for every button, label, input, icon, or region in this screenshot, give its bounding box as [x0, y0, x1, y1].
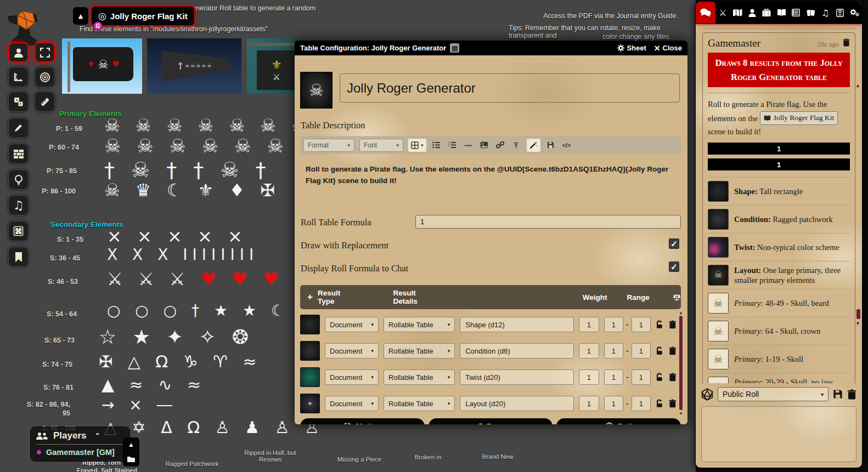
replacement-checkbox[interactable]: ✓	[669, 238, 679, 249]
tab-cards[interactable]	[803, 2, 818, 24]
chat-scrollbar-thumb[interactable]	[856, 309, 860, 319]
scroll-down-arrow[interactable]: ▼	[855, 321, 860, 326]
result-details-input[interactable]: Layout (d20)	[460, 396, 573, 411]
result-thumb-image[interactable]	[708, 237, 729, 258]
d20-roll-icon[interactable]	[701, 388, 713, 401]
numbered-list-button[interactable]: 12	[447, 139, 458, 152]
weight-input[interactable]: 1	[579, 369, 600, 385]
range-high-input[interactable]: 1	[632, 369, 651, 385]
range-high-input[interactable]: 1	[632, 317, 651, 332]
close-button[interactable]: ✕ Close	[654, 44, 682, 53]
folder-icon[interactable]	[127, 456, 136, 463]
range-low-input[interactable]: 1	[604, 369, 623, 385]
notes-tool-button[interactable]	[8, 247, 29, 267]
remove-format-button[interactable]: Ŧ	[511, 139, 522, 152]
reset-button[interactable]: ↺ Reset	[429, 418, 553, 424]
table-name-input[interactable]	[340, 73, 680, 103]
display-roll-checkbox[interactable]: ✓	[669, 261, 679, 272]
font-select[interactable]: Font▾	[359, 139, 403, 152]
result-type-select[interactable]: Document▾	[325, 317, 379, 332]
dice-tray-button[interactable]	[8, 92, 29, 112]
result-thumb[interactable]: ✴	[300, 394, 320, 413]
save-html-button[interactable]	[545, 139, 556, 152]
tab-items[interactable]	[759, 2, 774, 24]
hourglass-tiles-row[interactable]: Χ Χ Χ ΙΙΙΙΙΙΙΙ	[107, 246, 258, 264]
select-tokens-button[interactable]	[35, 42, 55, 62]
result-subtype-select[interactable]: Rollable Table▾	[384, 369, 455, 385]
tab-scenes[interactable]	[730, 2, 745, 24]
scrollbar-thumb[interactable]	[679, 316, 683, 410]
add-result-button[interactable]: +	[307, 292, 313, 303]
weight-input[interactable]: 1	[579, 317, 600, 332]
result-details-input[interactable]: Condition (d6)	[460, 343, 573, 359]
bullet-list-button[interactable]	[431, 139, 442, 152]
arrows-tiles-row[interactable]: → × ―	[102, 396, 177, 414]
table-description-text[interactable]: Roll to generate a Pirate flag. Use the …	[306, 164, 679, 187]
ruler-measure-button[interactable]	[35, 92, 55, 112]
result-type-select[interactable]: Document▾	[325, 369, 379, 385]
target-tokens-button[interactable]	[35, 67, 55, 87]
player-row-gamemaster[interactable]: Gamemaster [GM]	[36, 448, 124, 457]
result-details-input[interactable]: Twist (d20)	[460, 369, 573, 385]
result-subtype-select[interactable]: Rollable Table▾	[384, 343, 455, 359]
update-button[interactable]: Update	[300, 418, 425, 424]
players-header[interactable]: Players ⌃	[36, 430, 124, 441]
scene-nav-active[interactable]: ◎ Jolly Roger Flag Kit	[91, 5, 195, 26]
unlock-icon[interactable]	[656, 320, 664, 329]
tab-tables[interactable]	[789, 2, 804, 24]
result-type-select[interactable]: Document▾	[325, 396, 379, 411]
range-high-input[interactable]: 1	[632, 396, 651, 411]
result-thumb-image[interactable]	[708, 181, 729, 202]
result-subtype-select[interactable]: Rollable Table▾	[384, 396, 455, 411]
tab-playlists[interactable]: ♫	[818, 2, 833, 24]
walls-tool-button[interactable]	[8, 144, 29, 164]
range-low-input[interactable]: 1	[604, 343, 623, 359]
weight-input[interactable]: 1	[579, 396, 600, 411]
symbols-tiles-row[interactable]: ✠ △ Ω ♑ ♈ ≈	[99, 352, 262, 371]
trash-icon[interactable]	[669, 373, 677, 382]
swords-tiles-row[interactable]: ⚔ ⚔ ⚔ ♥ ♥ ♥	[107, 269, 284, 289]
horizontal-rule-button[interactable]: —	[463, 139, 474, 152]
sounds-tool-button[interactable]: ♫	[8, 195, 29, 215]
result-thumb-image[interactable]	[708, 209, 729, 230]
horned-skull-tiles-row[interactable]: ☠ ☠ ☠ ☠ ☠ ☠	[104, 135, 289, 157]
scene-content-link[interactable]: Jolly Roger Flag Kit	[760, 111, 838, 125]
waves-tiles-row[interactable]: ▲ ≈ ∿ ≈	[102, 375, 206, 394]
result-thumb-image[interactable]: ☠	[708, 321, 729, 342]
result-thumb[interactable]	[300, 315, 320, 334]
result-thumb[interactable]	[300, 341, 320, 361]
skeleton-tiles-row[interactable]: † ☠ † † ☠ †	[104, 158, 271, 182]
result-type-select[interactable]: Document▾	[325, 343, 379, 359]
tab-compendium[interactable]	[833, 2, 848, 24]
insert-link-button[interactable]	[495, 139, 506, 152]
result-subtype-select[interactable]: Rollable Table▾	[384, 317, 455, 332]
source-code-button[interactable]: </>	[561, 139, 572, 152]
trash-icon[interactable]	[669, 320, 677, 329]
scroll-up-arrow[interactable]: ▲	[855, 83, 860, 88]
bones-tiles-row[interactable]: × × × × ×	[107, 226, 247, 247]
trash-icon[interactable]	[669, 399, 677, 408]
misc-tiles-row[interactable]: ☠ ♛ ☾ ⚜ ♦ ✠	[104, 180, 280, 201]
weight-input[interactable]: 1	[579, 343, 600, 359]
triangles-chess-tiles-row[interactable]: △ ✡ Δ Ω ♙ ♟ ♙ ♙	[104, 418, 324, 437]
roll-mode-select[interactable]: Public Roll▾	[718, 387, 828, 401]
roll-total-bar[interactable]: 1	[708, 143, 850, 155]
tab-actors[interactable]	[745, 2, 759, 24]
result-thumb-image[interactable]: ☠	[708, 349, 729, 369]
insert-table-button[interactable]: ▾	[408, 139, 426, 152]
nav-collapse-button[interactable]: ▲	[73, 7, 88, 25]
clear-log-icon[interactable]	[847, 389, 856, 400]
formula-input[interactable]	[415, 215, 681, 229]
pentagram-tiles-row[interactable]: ☆ ★ ✦ ✧ ❂	[99, 326, 253, 348]
range-low-input[interactable]: 1	[604, 396, 623, 411]
delete-message-icon[interactable]	[843, 38, 850, 47]
range-low-input[interactable]: 1	[604, 317, 623, 332]
tab-combat[interactable]: ⚔	[715, 2, 730, 24]
unlock-icon[interactable]	[656, 399, 664, 408]
sheet-config-button[interactable]: Sheet	[617, 44, 646, 52]
tiles-tool-button[interactable]	[8, 221, 29, 241]
hotbar-expand-button[interactable]: ▲	[129, 442, 133, 447]
result-thumb[interactable]	[300, 367, 320, 387]
roll-total-bar[interactable]: 1	[708, 158, 850, 170]
export-log-icon[interactable]	[833, 389, 843, 399]
